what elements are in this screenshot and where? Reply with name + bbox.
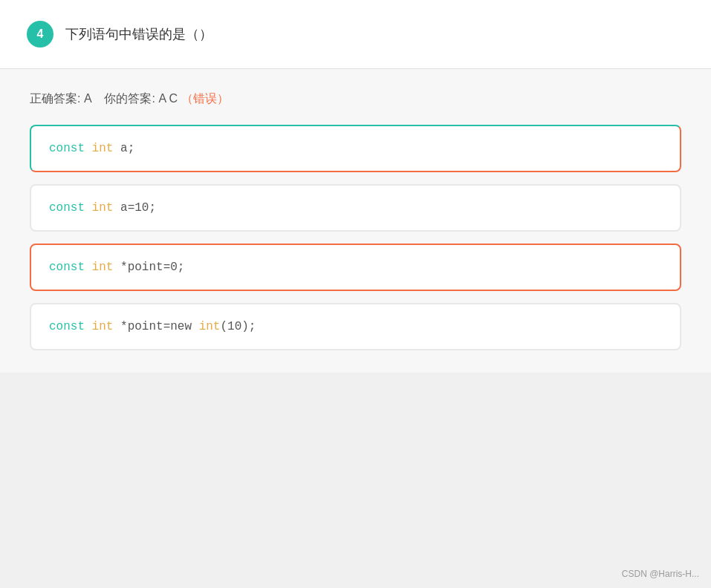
option-c-code: const int *point=0; [49, 261, 184, 274]
options-container: const int a; const int a=10; const int *… [30, 125, 681, 350]
option-card-a: const int a; [30, 125, 681, 172]
answer-error-label: （错误） [181, 92, 229, 105]
question-number: 4 [27, 21, 53, 48]
watermark: CSDN @Harris-H... [622, 569, 699, 579]
option-d-code: const int *point=new int(10); [49, 320, 256, 333]
answer-line: 正确答案: A 你的答案: A C （错误） [30, 91, 681, 107]
your-answer-label: 你的答案: A C [104, 92, 178, 105]
page-container: 4 下列语句中错误的是（） 正确答案: A 你的答案: A C （错误） con… [0, 0, 711, 588]
question-text: 下列语句中错误的是（） [65, 25, 212, 43]
correct-answer-label: 正确答案: A [30, 92, 91, 105]
option-card-c: const int *point=0; [30, 244, 681, 291]
option-card-b: const int a=10; [30, 184, 681, 232]
option-b-code: const int a=10; [49, 201, 156, 215]
answer-section: 正确答案: A 你的答案: A C （错误） const int a; cons… [0, 68, 711, 373]
option-card-d: const int *point=new int(10); [30, 303, 681, 350]
question-header: 4 下列语句中错误的是（） [0, 0, 711, 68]
option-a-code: const int a; [49, 142, 134, 155]
